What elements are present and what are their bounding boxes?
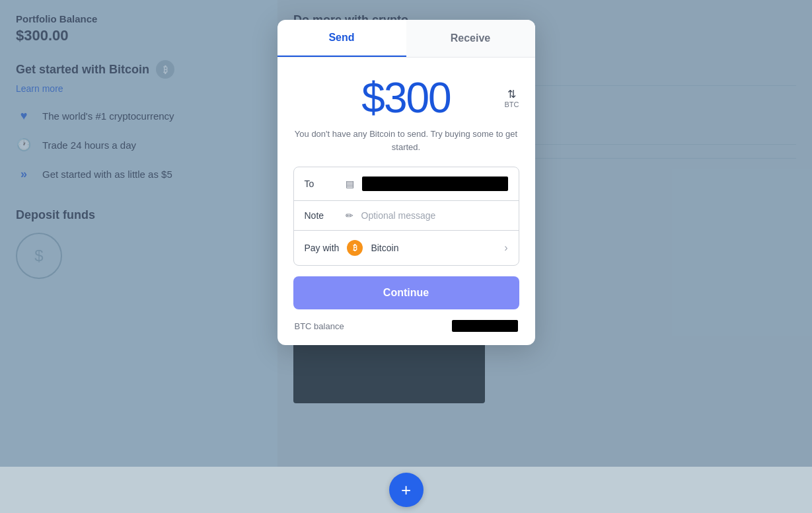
currency-toggle[interactable]: ⇅ BTC — [505, 88, 519, 108]
amount-row: $300 ⇅ BTC — [293, 73, 519, 122]
receive-tab[interactable]: Receive — [406, 20, 535, 57]
modal-tabs: Send Receive — [277, 20, 535, 58]
currency-label: BTC — [505, 100, 519, 108]
pay-with-label: Pay with — [305, 243, 340, 253]
modal-overlay: Send Receive $300 ⇅ BTC You don't have a… — [0, 0, 812, 513]
pay-with-currency: Bitcoin — [371, 243, 496, 253]
btc-balance-label: BTC balance — [295, 321, 344, 331]
toggle-arrows-icon: ⇅ — [507, 88, 516, 100]
continue-button[interactable]: Continue — [293, 276, 519, 309]
pay-with-field[interactable]: Pay with ₿ Bitcoin › — [294, 231, 519, 265]
btc-balance-value — [452, 320, 518, 332]
to-address-input[interactable] — [362, 177, 508, 191]
pay-with-row[interactable]: ₿ Bitcoin › — [347, 240, 507, 256]
note-field[interactable]: Note ✏ — [294, 201, 519, 231]
chevron-right-icon: › — [504, 242, 507, 254]
note-label: Note — [305, 210, 338, 221]
note-input[interactable] — [361, 210, 508, 221]
to-label: To — [305, 178, 338, 189]
pencil-icon: ✏ — [346, 210, 353, 221]
modal-body: $300 ⇅ BTC You don't have any Bitcoin to… — [277, 58, 535, 345]
amount-display: $300 — [361, 73, 450, 122]
bitcoin-pay-icon: ₿ — [347, 240, 363, 256]
btc-balance-row: BTC balance — [293, 320, 519, 332]
warning-text: You don't have any Bitcoin to send. Try … — [293, 128, 519, 153]
to-field: To ▤ — [294, 167, 519, 201]
address-book-icon: ▤ — [346, 178, 354, 189]
send-tab[interactable]: Send — [277, 20, 406, 57]
send-receive-modal: Send Receive $300 ⇅ BTC You don't have a… — [277, 20, 535, 345]
form-fields: To ▤ Note ✏ Pay with ₿ Bitcoin › — [293, 167, 519, 266]
